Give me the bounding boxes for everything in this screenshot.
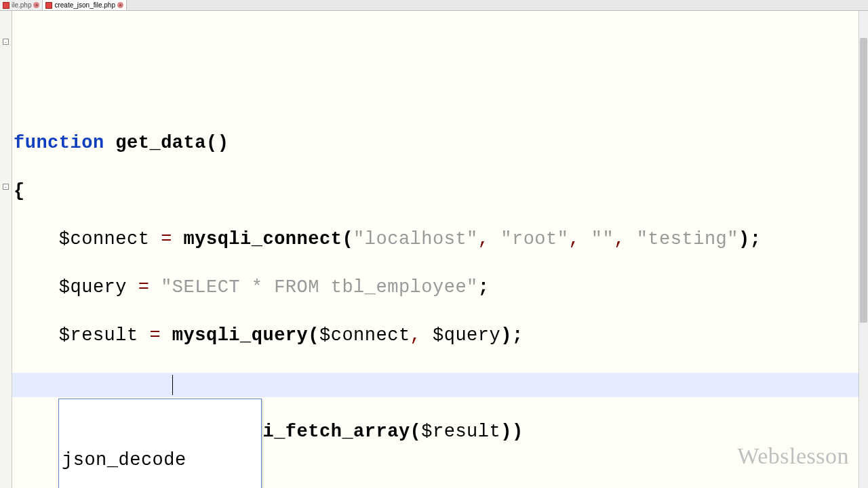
fold-icon[interactable]: - <box>3 184 9 190</box>
code-line: $connect = mysqli_connect("localhost", "… <box>14 228 868 252</box>
autocomplete-popup[interactable]: json_decode json_encode json_last_error <box>58 399 262 488</box>
fold-icon[interactable]: - <box>3 39 9 45</box>
code-line: function get_data() <box>14 131 868 156</box>
tab-item-active[interactable]: create_json_file.php × <box>43 0 127 10</box>
scrollbar-thumb[interactable] <box>860 38 867 323</box>
php-file-icon <box>45 2 52 9</box>
code-line: { <box>14 180 868 204</box>
code-area[interactable]: function get_data() { $connect = mysqli_… <box>12 11 868 488</box>
watermark: Webslesson <box>737 443 849 469</box>
tab-label: create_json_file.php <box>54 1 115 9</box>
close-icon[interactable]: × <box>33 2 39 8</box>
php-file-icon <box>3 2 9 9</box>
code-line: $query = "SELECT * FROM tbl_employee"; <box>14 276 868 300</box>
tab-bar: ile.php × create_json_file.php × <box>0 0 868 11</box>
vertical-scrollbar[interactable] <box>859 11 868 488</box>
text-cursor <box>172 375 173 395</box>
current-line-highlight <box>12 373 859 397</box>
tab-item[interactable]: ile.php × <box>0 0 43 10</box>
code-editor[interactable]: - - function get_data() { $connect = mys… <box>0 11 868 488</box>
code-line: $result = mysqli_query($connect, $query)… <box>14 324 868 348</box>
autocomplete-item[interactable]: json_decode <box>59 448 261 472</box>
tab-label: ile.php <box>12 1 31 9</box>
fold-gutter: - - <box>0 11 12 488</box>
close-icon[interactable]: × <box>117 2 123 8</box>
